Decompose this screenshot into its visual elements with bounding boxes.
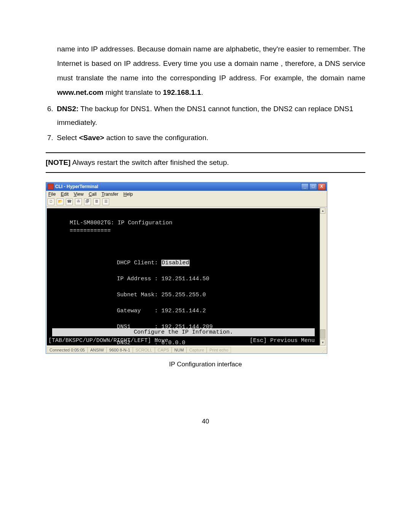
status-capture: Capture	[186, 347, 207, 353]
term-row-gw: Gateway : 192.251.144.2	[117, 307, 322, 315]
divider-top	[46, 152, 365, 153]
grip-icon: ⋰	[322, 350, 326, 353]
divider-bottom	[46, 172, 365, 173]
hyperterminal-window: CLI - HyperTerminal _ □ X File Edit View…	[46, 182, 327, 354]
close-button[interactable]: X	[318, 183, 325, 190]
menu-view[interactable]: View	[74, 192, 84, 197]
status-caps: CAPS	[155, 347, 172, 353]
item7-pre: Select	[55, 134, 79, 142]
list-item-7: 7. Select <Save> action to save the conf…	[46, 131, 365, 145]
note-label: [NOTE]	[46, 158, 70, 166]
menu-call[interactable]: Call	[89, 192, 97, 197]
dhcp-value[interactable]: Disabled	[161, 260, 190, 266]
status-emul: ANSIW	[88, 347, 107, 353]
scroll-up-icon[interactable]: ▴	[320, 208, 325, 214]
intro-after-domain: might translate to	[104, 88, 163, 96]
term-row-ip: IP Address : 192.251.144.50	[117, 275, 322, 283]
item7-post: action to save the configuration.	[104, 134, 209, 142]
window-title: CLI - HyperTerminal	[55, 184, 301, 189]
menubar: File Edit View Call Transfer Help	[46, 191, 327, 198]
mask-label: Subnet Mask:	[117, 292, 158, 298]
term-blank	[52, 243, 322, 251]
document-page: name into IP addresses. Because domain n…	[0, 0, 411, 455]
note-line: [NOTE] Always restart the switch after f…	[46, 156, 365, 169]
gw-value: 192.251.144.2	[161, 308, 206, 314]
item6-label: DNS2:	[57, 105, 78, 113]
titlebar[interactable]: CLI - HyperTerminal _ □ X	[46, 182, 327, 191]
menu-file[interactable]: File	[48, 192, 56, 197]
receive-icon[interactable]: 🗏	[93, 198, 100, 205]
term-info-bar: Configure the IP Information.	[52, 328, 315, 336]
ip-label: IP Address :	[117, 276, 158, 282]
minimize-button[interactable]: _	[301, 183, 309, 190]
status-connected: Connected 0:05:05	[47, 347, 88, 353]
status-port: 9600 8-N-1	[107, 347, 133, 353]
new-icon[interactable]: 🗋	[48, 198, 54, 205]
page-number: 40	[46, 418, 365, 425]
window-buttons: _ □ X	[301, 183, 325, 190]
dhcp-label: DHCP Client:	[117, 260, 158, 266]
terminal-screen[interactable]: MIL-SM8002TG: IP Configuration==========…	[47, 208, 326, 345]
hint-esc: [Esc] Previous Menu	[250, 337, 315, 345]
resize-grip[interactable]: ⋰	[320, 347, 326, 353]
menu-help[interactable]: Help	[123, 192, 133, 197]
period-text: .	[201, 88, 203, 96]
status-scroll: SCROLL	[133, 347, 155, 353]
menu-transfer[interactable]: Transfer	[102, 192, 118, 197]
maximize-button[interactable]: □	[309, 183, 317, 190]
hangup-icon[interactable]: ✇	[75, 198, 82, 205]
terminal-scrollbar[interactable]: ▴ ▾	[320, 208, 326, 345]
menu-edit[interactable]: Edit	[61, 192, 69, 197]
gw-label: Gateway :	[117, 308, 158, 314]
item6-marker: 6.	[47, 102, 55, 116]
status-num: NUM	[172, 347, 186, 353]
scroll-track[interactable]	[320, 214, 326, 339]
hint-move: [TAB/BKSPC/UP/DOWN/RIGHT/LEFT] Move	[48, 337, 168, 345]
list-item-6: 6. DNS2: The backup for DNS1. When the D…	[46, 102, 365, 129]
terminal-wrap: MIL-SM8002TG: IP Configuration==========…	[46, 207, 327, 346]
term-bottom-hints: [TAB/BKSPC/UP/DOWN/RIGHT/LEFT] Move[Esc]…	[47, 337, 326, 345]
item7-marker: 7.	[47, 131, 55, 145]
open-icon[interactable]: 📂	[57, 198, 64, 205]
domain-example: www.net.com	[57, 88, 104, 96]
scroll-thumb[interactable]	[320, 329, 325, 339]
toolbar: 🗋 📂 ☎ ✇ 🗐 🗏 ☰	[46, 198, 327, 207]
term-row-dhcp: DHCP Client: Disabled	[117, 259, 322, 267]
term-row-mask: Subnet Mask: 255.255.255.0	[117, 291, 322, 299]
phone-icon[interactable]: ☎	[66, 198, 73, 205]
status-printecho: Print echo	[207, 347, 231, 353]
mask-value: 255.255.255.0	[161, 292, 206, 298]
term-title: MIL-SM8002TG: IP Configuration	[70, 219, 322, 227]
statusbar: Connected 0:05:05 ANSIW 9600 8-N-1 SCROL…	[46, 346, 327, 353]
item6-text: The backup for DNS1. When the DNS1 canno…	[57, 105, 353, 126]
item7-bold: <Save>	[79, 134, 104, 142]
ip-value: 192.251.144.50	[161, 276, 209, 282]
send-icon[interactable]: 🗐	[84, 198, 91, 205]
term-underline: ============	[70, 227, 322, 235]
app-icon	[48, 184, 54, 190]
intro-text: name into IP addresses. Because domain n…	[57, 45, 365, 82]
intro-paragraph: name into IP addresses. Because domain n…	[57, 42, 365, 100]
ip-example: 192.168.1.1	[163, 88, 201, 96]
scroll-down-icon[interactable]: ▾	[320, 339, 325, 345]
props-icon[interactable]: ☰	[102, 198, 109, 205]
figure-caption: IP Configuration interface	[46, 361, 365, 368]
note-text: Always restart the switch after finished…	[70, 158, 229, 166]
